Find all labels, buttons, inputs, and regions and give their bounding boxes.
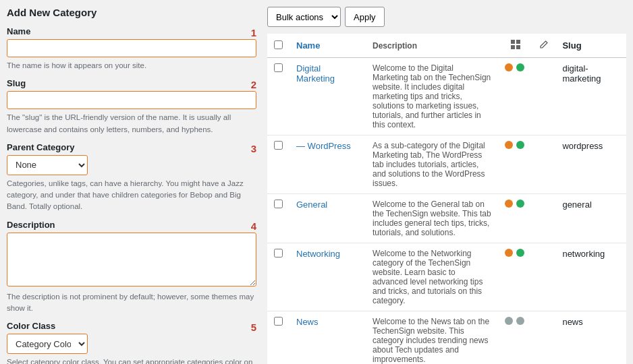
table-row: News Welcome to the News tab on the Tech… xyxy=(267,311,626,365)
category-description-cell: As a sub-category of the Digital Marketi… xyxy=(366,135,498,194)
description-input[interactable] xyxy=(7,233,256,286)
edit-column-header xyxy=(532,34,555,58)
category-slug-cell: networking xyxy=(555,243,626,311)
category-description-cell: Welcome to the Digital Marketing tab on … xyxy=(366,58,498,135)
dot-1 xyxy=(505,63,513,71)
number-1: 1 xyxy=(251,27,256,38)
category-dots-cell xyxy=(498,311,533,365)
name-column-header: Name xyxy=(290,34,366,58)
dot-2 xyxy=(516,200,524,208)
category-name-cell: News xyxy=(290,311,366,365)
description-hint: The description is not prominent by defa… xyxy=(7,291,256,315)
category-name-link[interactable]: General xyxy=(296,200,327,210)
table-row: Digital Marketing Welcome to the Digital… xyxy=(267,58,626,135)
dot-2 xyxy=(516,249,524,257)
slug-input[interactable] xyxy=(7,91,256,109)
category-description-cell: Welcome to the News tab on the TechenSig… xyxy=(366,311,498,365)
parent-label: Parent Category xyxy=(7,142,74,152)
number-4: 4 xyxy=(251,220,256,232)
row-checkbox[interactable] xyxy=(274,317,283,326)
name-label: Name xyxy=(7,26,30,36)
category-slug-cell: wordpress xyxy=(555,135,626,194)
slug-hint: The "slug" is the URL-friendly version o… xyxy=(7,112,256,135)
table-row: General Welcome to the General tab on th… xyxy=(267,194,626,243)
category-name-link[interactable]: Networking xyxy=(296,249,340,259)
category-edit-cell xyxy=(532,135,555,194)
category-edit-cell xyxy=(532,58,555,135)
row-checkbox-cell xyxy=(267,311,290,365)
row-checkbox-cell xyxy=(267,58,290,135)
dot-2 xyxy=(516,63,524,71)
color-class-label: Color Class xyxy=(7,321,55,331)
category-description-cell: Welcome to the General tab on the Techen… xyxy=(366,194,498,243)
category-slug-cell: general xyxy=(555,194,626,243)
category-edit-cell xyxy=(532,243,555,311)
category-name-cell: Networking xyxy=(290,243,366,311)
category-edit-cell xyxy=(532,194,555,243)
dot-2 xyxy=(516,317,524,325)
name-group: Name 1 The name is how it appears on you… xyxy=(7,26,256,71)
categories-table: Name Description xyxy=(267,34,626,364)
category-name-link[interactable]: News xyxy=(296,317,319,327)
dot-1 xyxy=(505,249,513,257)
category-slug-cell: digital-marketing xyxy=(555,58,626,135)
category-edit-cell xyxy=(532,311,555,365)
select-all-header xyxy=(267,34,290,58)
parent-select[interactable]: None xyxy=(7,155,88,175)
apply-button[interactable]: Apply xyxy=(345,7,385,27)
parent-hint: Categories, unlike tags, can have a hier… xyxy=(7,178,256,213)
svg-rect-3 xyxy=(516,45,520,49)
number-3: 3 xyxy=(251,143,256,154)
dot-2 xyxy=(516,141,524,149)
table-row: Networking Welcome to the Networking cat… xyxy=(267,243,626,311)
table-row: — WordPress As a sub-category of the Dig… xyxy=(267,135,626,194)
categories-table-panel: Bulk actions Apply Name Description xyxy=(267,7,626,364)
color-class-hint: Select category color class. You can set… xyxy=(7,357,256,364)
svg-rect-0 xyxy=(511,40,515,44)
category-dots-cell xyxy=(498,58,533,135)
row-checkbox-cell xyxy=(267,194,290,243)
category-dots-cell xyxy=(498,135,533,194)
category-dots-cell xyxy=(498,194,533,243)
row-checkbox-cell xyxy=(267,135,290,194)
number-2: 2 xyxy=(251,79,256,90)
dot-1 xyxy=(505,317,513,325)
category-dots-cell xyxy=(498,243,533,311)
name-input[interactable] xyxy=(7,39,256,57)
slug-label: Slug xyxy=(7,78,26,88)
description-label: Description xyxy=(7,220,55,230)
category-name-cell: General xyxy=(290,194,366,243)
category-slug-cell: news xyxy=(555,311,626,365)
row-checkbox-cell xyxy=(267,243,290,311)
svg-rect-1 xyxy=(516,40,520,44)
slug-column-header: Slug xyxy=(555,34,626,58)
description-column-header: Description xyxy=(366,34,498,58)
dot-1 xyxy=(505,141,513,149)
category-name-cell: Digital Marketing xyxy=(290,58,366,135)
category-description-cell: Welcome to the Networking category of th… xyxy=(366,243,498,311)
category-name-link[interactable]: — WordPress xyxy=(296,141,351,151)
description-group: Description 4 The description is not pro… xyxy=(7,220,256,315)
add-category-panel: Add New Category Name 1 The name is how … xyxy=(7,7,256,364)
category-name-link[interactable]: Digital Marketing xyxy=(296,63,335,84)
panel-title: Add New Category xyxy=(7,7,256,18)
color-dots-column-header xyxy=(498,34,533,58)
color-class-group: Color Class 5 Category Color 1 Select ca… xyxy=(7,321,256,364)
color-class-select[interactable]: Category Color 1 xyxy=(7,334,88,354)
select-all-checkbox[interactable] xyxy=(274,40,283,49)
name-hint: The name is how it appears on your site. xyxy=(7,60,256,71)
dot-1 xyxy=(505,200,513,208)
svg-rect-2 xyxy=(511,45,515,49)
bulk-actions-bar: Bulk actions Apply xyxy=(267,7,626,27)
row-checkbox[interactable] xyxy=(274,249,283,257)
row-checkbox[interactable] xyxy=(274,63,283,72)
number-5: 5 xyxy=(251,322,256,333)
bulk-actions-select[interactable]: Bulk actions xyxy=(267,7,341,27)
parent-category-group: Parent Category 3 None Categories, unlik… xyxy=(7,142,256,213)
row-checkbox[interactable] xyxy=(274,141,283,150)
slug-group: Slug 2 The "slug" is the URL-friendly ve… xyxy=(7,78,256,135)
category-name-cell: — WordPress xyxy=(290,135,366,194)
row-checkbox[interactable] xyxy=(274,200,283,208)
